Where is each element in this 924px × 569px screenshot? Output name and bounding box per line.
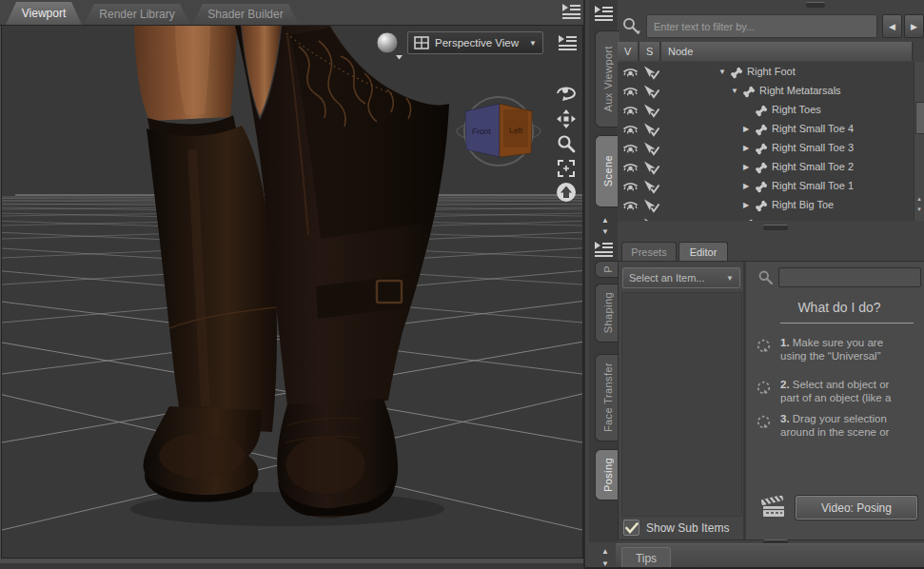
help-step-text: 1. Make sure you are using the “Universa…	[780, 336, 908, 363]
expand-arrow-icon[interactable]: ▶	[743, 125, 749, 133]
node-label[interactable]: Right Small Toe 4	[772, 123, 854, 134]
pan-camera-icon[interactable]	[554, 108, 579, 130]
scene-tree-row[interactable]: ▶	[618, 215, 914, 221]
visibility-eye-icon[interactable]	[622, 162, 639, 174]
horizontal-splitter-grip[interactable]	[763, 225, 788, 230]
help-step-text: 3. Drag your selection around in the sce…	[780, 412, 908, 439]
pose-item-list[interactable]	[621, 292, 742, 517]
selectable-cursor-icon[interactable]	[642, 66, 660, 80]
expand-arrow-icon[interactable]: ▶	[743, 163, 749, 171]
selectable-cursor-icon[interactable]	[642, 199, 660, 213]
selectable-cursor-icon[interactable]	[642, 104, 660, 118]
filter-search-caret-icon[interactable]: ▼	[636, 29, 641, 35]
column-header-visible[interactable]: V	[618, 42, 639, 61]
zoom-camera-icon[interactable]	[554, 132, 579, 155]
selectable-cursor-icon[interactable]	[642, 180, 660, 194]
expand-arrow-icon[interactable]: ▶	[743, 144, 749, 152]
reset-camera-icon[interactable]	[554, 181, 579, 204]
bone-icon	[754, 180, 769, 194]
node-label[interactable]: Right Foot	[747, 66, 796, 77]
scene-pane-menu-icon[interactable]	[592, 4, 615, 23]
viewport-canvas[interactable]: Front Left Perspective View ▼	[2, 26, 582, 558]
column-header-node[interactable]: Node	[661, 42, 914, 61]
tips-scroll-up[interactable]: ▲	[598, 546, 613, 557]
expand-arrow-icon[interactable]: ▶	[731, 220, 737, 221]
visibility-eye-icon[interactable]	[622, 86, 639, 98]
selectable-cursor-icon[interactable]	[642, 123, 660, 137]
node-label[interactable]: Right Small Toe 2	[772, 161, 854, 172]
vertical-tab-label: Aux Viewport	[602, 46, 614, 111]
tab-editor[interactable]: Editor	[678, 242, 728, 262]
editor-search-icon[interactable]	[757, 269, 774, 285]
show-sub-items-checkbox[interactable]	[623, 520, 639, 536]
video-posing-button[interactable]: Video: Posing	[796, 496, 917, 520]
spinner-icon	[756, 380, 772, 396]
visibility-eye-icon[interactable]	[622, 219, 639, 221]
scene-tree-row[interactable]: ▶Right Small Toe 3	[618, 139, 914, 158]
vertical-tab-label: Scene	[602, 155, 614, 186]
filter-forward-button[interactable]: ▶	[904, 14, 924, 38]
scene-tree-row[interactable]: ▼Right Metatarsals	[618, 82, 914, 101]
vertical-tab-aux-viewport[interactable]: Aux Viewport	[595, 30, 619, 128]
camera-selector-dropdown[interactable]: Perspective View ▼	[407, 31, 543, 54]
expand-arrow-icon[interactable]: ▼	[718, 68, 726, 76]
vertical-tab-p[interactable]: P	[595, 261, 619, 278]
tab-presets[interactable]: Presets	[621, 242, 677, 262]
show-sub-items-label: Show Sub Items	[646, 521, 729, 535]
scrollbar-thumb[interactable]	[915, 102, 924, 134]
posing-pane-tabstrip: PShapingFace TransferPosing	[589, 236, 618, 542]
scene-tree-row[interactable]: ▶Right Small Toe 4	[618, 120, 914, 139]
selectable-cursor-icon[interactable]	[642, 218, 660, 221]
scene-tree-scrollbar[interactable]: ▲ ▼	[914, 62, 924, 221]
frame-selection-icon[interactable]	[554, 157, 579, 180]
vertical-tab-shaping[interactable]: Shaping	[595, 284, 619, 343]
tab-viewport[interactable]: Viewport	[6, 2, 82, 25]
selectable-cursor-icon[interactable]	[642, 161, 660, 175]
node-label[interactable]: Right Metatarsals	[759, 85, 841, 96]
viewport-3d[interactable]: Front Left Perspective View ▼	[0, 25, 583, 563]
selectable-cursor-icon[interactable]	[642, 85, 660, 99]
vertical-tab-posing[interactable]: Posing	[595, 449, 619, 500]
visibility-eye-icon[interactable]	[622, 200, 639, 212]
scene-filter-input[interactable]	[646, 14, 877, 38]
visibility-eye-icon[interactable]	[622, 124, 639, 136]
scrollbar-up-icon[interactable]: ▲	[916, 196, 922, 202]
visibility-eye-icon[interactable]	[622, 181, 639, 193]
expand-arrow-icon[interactable]: ▶	[743, 201, 749, 209]
vertical-tab-face-transfer[interactable]: Face Transfer	[595, 354, 619, 441]
scene-tree: ▼Right Foot▼Right MetatarsalsRight Toes▶…	[618, 62, 914, 221]
expand-arrow-icon[interactable]: ▶	[743, 182, 749, 190]
tab-render-library[interactable]: Render Library	[84, 4, 190, 25]
tab-shader-builder[interactable]: Shader Builder	[192, 4, 299, 25]
figure-legs-model[interactable]	[130, 26, 449, 526]
vertical-tab-scene[interactable]: Scene	[595, 135, 619, 207]
selectable-cursor-icon[interactable]	[642, 142, 660, 156]
pane-grip[interactable]	[806, 2, 825, 8]
node-label[interactable]: Right Big Toe	[772, 199, 834, 210]
column-header-selectable[interactable]: S	[639, 42, 661, 61]
orbit-camera-icon[interactable]	[554, 81, 579, 104]
tab-tips[interactable]: Tips	[621, 547, 671, 569]
filter-back-button[interactable]: ◀	[882, 14, 902, 38]
expand-arrow-icon[interactable]: ▼	[731, 87, 738, 95]
node-label[interactable]: Right Toes	[772, 104, 821, 115]
scene-tree-row[interactable]: Right Toes	[618, 101, 914, 120]
item-selector-dropdown[interactable]: Select an Item... ▼	[622, 267, 740, 288]
view-cube[interactable]: Front Left	[457, 97, 541, 166]
viewport-inner-pane-menu-icon[interactable]	[556, 33, 579, 52]
node-label[interactable]: Right Small Toe 1	[772, 180, 854, 191]
tabstrip-scroll-up[interactable]: ▲	[598, 215, 613, 226]
visibility-eye-icon[interactable]	[622, 67, 639, 79]
editor-search-input[interactable]	[778, 267, 921, 287]
drawstyle-sphere-icon[interactable]	[377, 32, 403, 60]
scene-tree-row[interactable]: ▶Right Big Toe	[618, 196, 914, 215]
scene-tree-row[interactable]: ▶Right Small Toe 2	[618, 158, 914, 177]
visibility-eye-icon[interactable]	[622, 143, 639, 155]
posing-pane-menu-icon[interactable]	[592, 240, 615, 259]
scene-tree-row[interactable]: ▶Right Small Toe 1	[618, 177, 914, 196]
viewport-pane-menu-icon[interactable]	[560, 2, 582, 21]
scrollbar-down-icon[interactable]: ▼	[916, 206, 922, 212]
node-label[interactable]: Right Small Toe 3	[772, 142, 854, 153]
visibility-eye-icon[interactable]	[622, 105, 639, 117]
scene-tree-row[interactable]: ▼Right Foot	[618, 63, 914, 82]
